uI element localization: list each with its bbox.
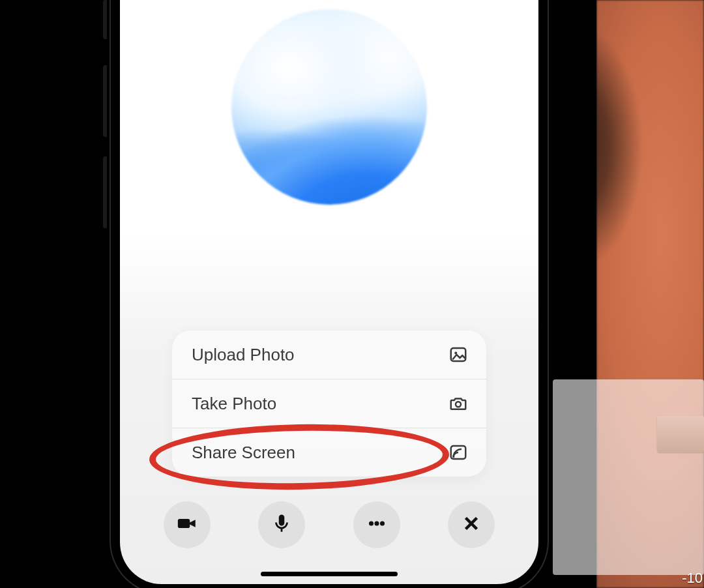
home-indicator[interactable] — [261, 572, 398, 576]
svg-point-4 — [453, 456, 455, 458]
microphone-toggle-button[interactable] — [258, 501, 305, 548]
microphone-icon — [271, 512, 293, 537]
cast-icon — [447, 441, 469, 463]
phone-volume-up-button — [103, 65, 107, 137]
pip-thumbnail — [657, 416, 704, 452]
svg-point-2 — [456, 402, 461, 407]
avatar-image — [231, 9, 427, 205]
svg-rect-5 — [279, 515, 285, 526]
phone-side-button — [103, 0, 107, 39]
action-sheet-menu: Upload Photo Take Photo Share Screen — [172, 331, 486, 477]
take-photo-item[interactable]: Take Photo — [172, 379, 486, 428]
avatar-container — [231, 9, 427, 205]
close-icon — [460, 512, 482, 537]
upload-photo-item[interactable]: Upload Photo — [172, 331, 486, 379]
bottom-control-bar — [120, 501, 538, 548]
more-options-button[interactable] — [353, 501, 400, 548]
video-icon — [176, 512, 198, 537]
image-icon — [447, 344, 469, 366]
share-screen-item[interactable]: Share Screen — [172, 428, 486, 477]
phone-device-frame: Upload Photo Take Photo Share Screen — [111, 0, 548, 588]
video-time-remaining: -10 — [682, 570, 703, 587]
camera-icon — [447, 392, 469, 415]
menu-item-label: Share Screen — [192, 443, 295, 463]
picture-in-picture-overlay[interactable] — [553, 379, 704, 575]
menu-item-label: Take Photo — [192, 394, 276, 414]
svg-point-7 — [369, 522, 373, 525]
more-icon — [366, 512, 388, 537]
menu-item-label: Upload Photo — [192, 345, 295, 365]
phone-screen: Upload Photo Take Photo Share Screen — [120, 0, 538, 584]
phone-volume-down-button — [103, 156, 107, 228]
svg-point-8 — [375, 522, 379, 525]
video-toggle-button[interactable] — [164, 501, 211, 548]
svg-point-9 — [380, 522, 384, 525]
close-button[interactable] — [448, 501, 495, 548]
